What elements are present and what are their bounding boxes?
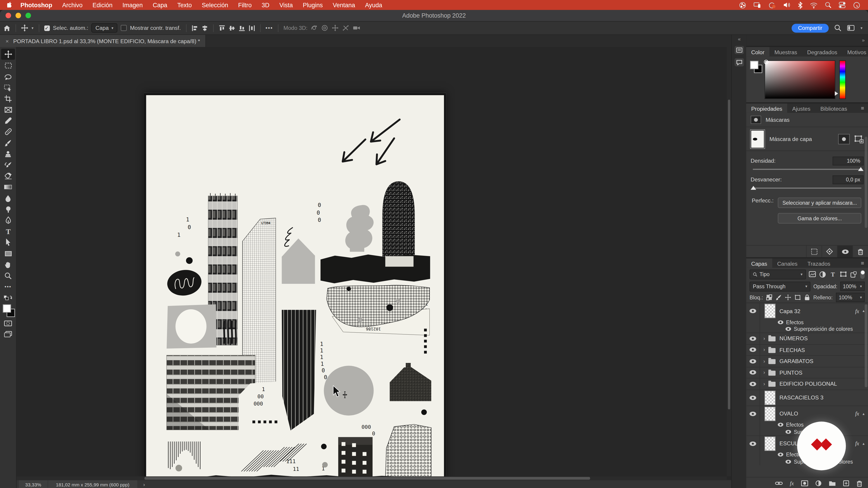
lasso-tool[interactable]: [1, 71, 15, 82]
visibility-toggle[interactable]: [746, 436, 760, 451]
group-row-numeros[interactable]: › NÚMEROS: [746, 333, 868, 344]
menu-seleccion[interactable]: Selección: [197, 0, 233, 10]
lock-transparency-icon[interactable]: [766, 294, 772, 300]
filter-adjustment-layers-icon[interactable]: [818, 270, 827, 278]
group-row-flechas[interactable]: › FLECHAS: [746, 344, 868, 356]
dodge-tool[interactable]: [1, 203, 15, 215]
blur-tool[interactable]: [1, 193, 15, 203]
effects-visibility-toggle[interactable]: [778, 423, 783, 427]
menu-imagen[interactable]: Imagen: [118, 0, 148, 10]
tab-bibliotecas[interactable]: Bibliotecas: [815, 103, 852, 113]
expand-group-icon[interactable]: ›: [763, 358, 765, 364]
delete-mask-icon[interactable]: [852, 246, 868, 257]
document-info[interactable]: 181,02 mm x 255,99 mm (600 ppp): [48, 480, 137, 488]
menu-capa[interactable]: Capa: [148, 0, 172, 10]
volume-icon[interactable]: [783, 2, 790, 8]
filter-type-layers-icon[interactable]: T: [829, 270, 837, 278]
align-bottom-icon[interactable]: [238, 25, 245, 31]
lock-pixels-icon[interactable]: [776, 294, 782, 300]
visibility-toggle[interactable]: [746, 390, 760, 405]
obs-status-icon[interactable]: [739, 1, 746, 8]
visibility-toggle[interactable]: [746, 379, 760, 389]
hue-slider-marker[interactable]: [835, 91, 838, 96]
history-brush-tool[interactable]: [1, 159, 15, 170]
expand-group-icon[interactable]: ›: [763, 336, 765, 341]
tab-ajustes[interactable]: Ajustes: [787, 103, 815, 113]
layer-filtering-toggle[interactable]: [860, 270, 865, 279]
wifi-icon[interactable]: [810, 2, 817, 8]
share-button[interactable]: Compartir: [792, 24, 829, 32]
quick-mask-icon[interactable]: [1, 318, 15, 329]
layer-mask-thumbnail[interactable]: [751, 130, 765, 148]
zoom-level-field[interactable]: 33,33%: [19, 480, 48, 488]
history-panel-icon[interactable]: [735, 46, 744, 54]
new-group-icon[interactable]: [829, 481, 836, 486]
expand-group-icon[interactable]: ›: [763, 347, 765, 352]
collapse-effects-icon[interactable]: ▴: [859, 412, 868, 416]
menu-3d[interactable]: 3D: [256, 0, 274, 10]
tab-propiedades[interactable]: Propiedades: [746, 103, 787, 113]
feather-slider-marker[interactable]: [751, 186, 756, 190]
fx-badge[interactable]: fx: [855, 308, 859, 314]
tab-capas[interactable]: Capas: [746, 258, 772, 268]
move-tool[interactable]: [1, 49, 15, 60]
menu-ventana[interactable]: Ventana: [328, 0, 360, 10]
tool-preset-chevron-icon[interactable]: ▾: [32, 26, 34, 30]
crop-tool[interactable]: [1, 93, 15, 104]
fill-field[interactable]: 100%▾: [836, 293, 865, 302]
visibility-toggle[interactable]: [746, 344, 760, 355]
auto-select-dropdown[interactable]: Capa ▾: [92, 23, 117, 33]
comments-panel-icon[interactable]: [735, 58, 744, 66]
clock-icon[interactable]: [853, 1, 860, 8]
fx-badge[interactable]: fx: [855, 411, 859, 417]
tab-canales[interactable]: Canales: [772, 258, 802, 268]
layer-style-icon[interactable]: fx: [790, 480, 794, 486]
layer-thumbnail[interactable]: [765, 436, 776, 451]
move-tool-preset-icon[interactable]: [21, 24, 28, 32]
show-transform-checkbox[interactable]: [121, 25, 127, 31]
layer-thumbnail[interactable]: [765, 406, 776, 421]
minimize-window-button[interactable]: [16, 13, 21, 18]
screen-mode-icon[interactable]: [1, 329, 15, 340]
saturation-brightness-field[interactable]: [765, 60, 835, 99]
opacity-field[interactable]: 100%▾: [840, 282, 865, 291]
display-sidecar-icon[interactable]: [753, 2, 761, 8]
expand-group-icon[interactable]: ›: [763, 381, 765, 387]
lock-position-icon[interactable]: [785, 294, 791, 300]
canvas-document[interactable]: 101 000 111 111100: [144, 93, 446, 481]
layer-filter-dropdown[interactable]: Tipo ▾: [749, 269, 806, 279]
color-overlay-row[interactable]: Superposición de colores: [746, 326, 868, 333]
align-center-horizontal-icon[interactable]: [201, 25, 208, 31]
layer-thumbnail[interactable]: [765, 304, 776, 318]
mask-visibility-icon[interactable]: [837, 246, 852, 257]
layer-row-ovalo[interactable]: OVALO fx ▴: [746, 406, 868, 421]
group-row-puntos[interactable]: › PUNTOS: [746, 367, 868, 379]
tab-muestras[interactable]: Muestras: [770, 47, 802, 57]
visibility-toggle[interactable]: [746, 356, 760, 367]
lock-all-icon[interactable]: [804, 294, 810, 300]
object-selection-tool[interactable]: [1, 82, 15, 93]
effects-visibility-toggle[interactable]: [778, 453, 783, 457]
path-selection-tool[interactable]: [1, 237, 15, 248]
expand-group-icon[interactable]: ›: [763, 370, 765, 375]
gradient-tool[interactable]: [1, 182, 15, 193]
close-window-button[interactable]: [5, 13, 11, 18]
feather-slider[interactable]: [753, 188, 862, 189]
close-tab-icon[interactable]: ×: [5, 38, 8, 44]
effects-row[interactable]: Efectos: [746, 319, 868, 326]
apple-menu-icon[interactable]: [4, 1, 16, 8]
frame-tool[interactable]: [1, 104, 15, 115]
menu-plugins[interactable]: Plugins: [298, 0, 328, 10]
collapse-effects-icon[interactable]: ▴: [859, 441, 868, 446]
status-chevron-icon[interactable]: ›: [143, 482, 145, 487]
new-layer-icon[interactable]: [843, 480, 849, 486]
layer-row-rascacielos-3[interactable]: RASCACIELOS 3: [746, 390, 868, 406]
effect-visibility-toggle[interactable]: [785, 327, 791, 331]
layer-thumbnail[interactable]: [765, 390, 776, 405]
density-slider[interactable]: [753, 169, 862, 170]
menu-photoshop[interactable]: Photoshop: [16, 0, 57, 10]
adjustment-layer-icon[interactable]: [815, 480, 822, 486]
horizontal-scrollbar-thumb[interactable]: [145, 477, 590, 480]
align-center-vertical-icon[interactable]: [228, 25, 235, 31]
color-field-selector[interactable]: [764, 60, 769, 64]
